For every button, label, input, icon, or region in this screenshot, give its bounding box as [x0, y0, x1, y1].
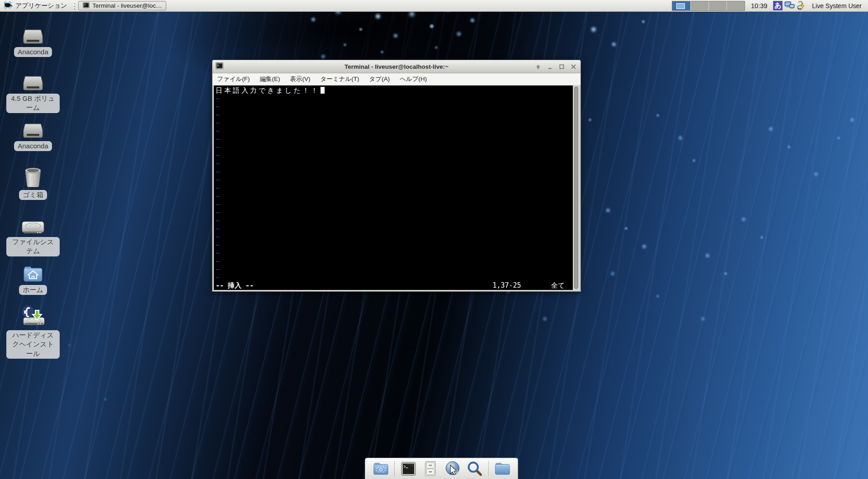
live-user-label: Live System User	[810, 2, 864, 9]
desktop-icon-label: ゴミ箱	[19, 190, 47, 200]
network-monitor-icon[interactable]	[784, 0, 795, 11]
hard-disk-icon	[21, 213, 45, 235]
trash-can-icon	[23, 166, 43, 188]
clock[interactable]: 10:39	[749, 2, 769, 9]
workspace-4[interactable]	[726, 1, 745, 10]
dock-item-desktop-folder[interactable]	[372, 460, 389, 477]
desktop-icon-label: ファイルシステム	[6, 237, 60, 256]
scrollbar-thumb[interactable]	[574, 86, 578, 289]
menu-terminal[interactable]: ターミナル(T)	[321, 75, 359, 83]
vim-status-line: -- 挿入 -- 1,37-25 全て	[216, 281, 571, 289]
dock-item-terminal[interactable]	[400, 460, 417, 477]
desktop-icon-trash[interactable]: ゴミ箱	[5, 166, 61, 200]
menu-file[interactable]: ファイル(F)	[217, 75, 250, 83]
desktop-icon-install-to-disk[interactable]: ハードディスクヘインストール	[5, 306, 61, 359]
window-controls	[534, 63, 577, 71]
input-method-icon[interactable]: あ	[773, 1, 783, 10]
terminal-icon	[83, 2, 90, 10]
close-button[interactable]	[570, 63, 577, 71]
removable-drive-icon	[21, 117, 45, 139]
desktop-icon-label: ハードディスクヘインストール	[6, 330, 60, 359]
desktop-icon-anaconda-2[interactable]: Anaconda	[5, 117, 61, 151]
desktop-icon-anaconda-1[interactable]: Anaconda	[5, 23, 61, 57]
menu-tabs[interactable]: タブ(A)	[369, 75, 390, 83]
xfce-mouse-icon	[3, 0, 13, 11]
taskbar-window-label: Terminal - liveuser@loc…	[92, 2, 162, 9]
menu-edit[interactable]: 編集(E)	[260, 75, 280, 83]
vim-scroll-position: 全て	[551, 281, 565, 289]
dock-item-web-browser[interactable]	[444, 460, 461, 477]
terminal-titlebar[interactable]: Terminal - liveuser@localhost-live:~	[212, 60, 580, 73]
desktop-icon-filesystem[interactable]: ファイルシステム	[5, 213, 61, 256]
workspace-1[interactable]	[672, 1, 690, 10]
taskbar-window-button[interactable]: Terminal - liveuser@loc…	[78, 1, 166, 10]
menu-help[interactable]: ヘルプ(H)	[400, 75, 427, 83]
vim-ruler: 1,37-25	[492, 281, 521, 289]
menu-view[interactable]: 表示(V)	[290, 75, 311, 83]
bottom-dock	[365, 458, 518, 479]
system-tray: あ	[773, 0, 806, 11]
shade-button[interactable]	[534, 63, 542, 71]
desktop-icon-label: Anaconda	[14, 141, 52, 151]
applications-menu-button[interactable]: アプリケーション	[0, 0, 71, 12]
terminal-body: 日本語入力できました！！ ~~~~~~~~~~~~~~~~~~~~~~~ -- …	[212, 85, 580, 291]
dock-separator	[394, 461, 395, 476]
top-panel: アプリケーション Terminal - liveuser@loc… 10:39 …	[0, 0, 868, 12]
desktop-icon-volume[interactable]: 4.5 GB ボリューム	[5, 69, 61, 113]
workspace-window-thumb	[676, 3, 685, 9]
panel-separator	[73, 1, 75, 10]
workspace-2[interactable]	[690, 1, 708, 10]
vim-mode-indicator: -- 挿入 --	[216, 281, 254, 289]
minimize-button[interactable]	[546, 63, 554, 71]
workspace-switcher	[672, 1, 745, 11]
removable-drive-icon	[21, 23, 45, 45]
install-to-hard-disk-icon	[20, 306, 46, 328]
workspace-3[interactable]	[708, 1, 726, 10]
removable-drive-icon	[21, 69, 45, 92]
panel-right-area: 10:39 あ	[672, 0, 868, 11]
window-title: Terminal - liveuser@localhost-live:~	[212, 63, 580, 70]
dock-item-search[interactable]	[466, 460, 483, 477]
desktop-icon-home[interactable]: ホーム	[5, 261, 61, 295]
terminal-window: Terminal - liveuser@localhost-live:~ ファイ…	[212, 60, 581, 292]
home-folder-icon	[22, 261, 44, 283]
maximize-button[interactable]	[558, 63, 566, 71]
terminal-menubar: ファイル(F) 編集(E) 表示(V) ターミナル(T) タブ(A) ヘルプ(H…	[212, 73, 580, 85]
dock-separator	[488, 461, 489, 476]
desktop-icon-label: ホーム	[19, 285, 47, 295]
vim-text-line: 日本語入力できました！！	[216, 86, 571, 95]
vim-tildes: ~~~~~~~~~~~~~~~~~~~~~~~	[216, 95, 571, 282]
desktop-icon-label: 4.5 GB ボリューム	[6, 94, 60, 113]
terminal-screen[interactable]: 日本語入力できました！！ ~~~~~~~~~~~~~~~~~~~~~~~ -- …	[214, 85, 573, 290]
dock-item-folder[interactable]	[494, 460, 511, 477]
dock-item-file-cabinet[interactable]	[422, 460, 439, 477]
desktop-icon-label: Anaconda	[14, 47, 52, 57]
text-cursor	[321, 87, 325, 94]
terminal-scrollbar[interactable]	[573, 85, 579, 290]
power-manager-icon[interactable]	[797, 0, 806, 11]
applications-menu-label: アプリケーション	[15, 2, 67, 10]
